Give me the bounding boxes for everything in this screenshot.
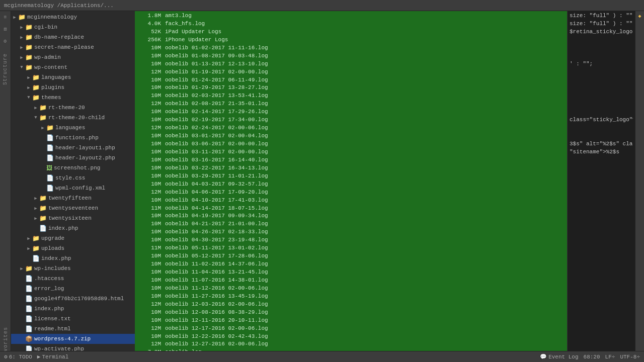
tree-item[interactable]: ▶ 📁 rt-theme-20 [11,103,145,113]
right-gutter: ◆ [635,11,644,351]
tree-item[interactable]: ▶ 📁 twentyseventeen [11,203,145,213]
terminal-line: 12Moobelib 12-27-2016 02-00-06.log [137,340,565,348]
terminal-line: 1.8Mamt3.log [137,12,565,20]
tree-item-label: plugins [41,84,64,90]
encoding[interactable]: UTF-8÷ [620,354,640,360]
tree-item-label: db-name-replace [34,34,84,40]
tree-item[interactable]: 📄 google4f76b2c176958d89.html [11,294,145,304]
tree-item[interactable]: ▼ 📁 themes [11,93,145,103]
terminal-line: 12Moobelib 02-24-2017 02-00-06.log [137,124,565,132]
tree-item[interactable]: 📄 header-layout1.php [11,143,145,153]
gutter-icon-3[interactable]: ⚙ [2,37,10,45]
tree-item[interactable]: ▶ 📁 uploads [11,243,145,253]
tree-item[interactable]: 📄 license.txt [11,314,145,324]
terminal-status[interactable]: ▶ Terminal [37,353,68,360]
tree-item-label: languages [41,74,71,80]
tree-item-label: secret-name-please [34,44,94,50]
terminal-line: 52KiPad Updater Logs [137,28,565,36]
cursor-position: 68:20 [584,354,600,360]
git-status[interactable]: ⚙ 6: TODO [4,353,32,360]
terminal-line: 10Moobelib 02-19-2017 17-34-00.log [137,116,565,124]
terminal-line: 10Moobelib 04-21-2017 21-01-00.log [137,220,565,228]
tree-item[interactable]: 🖼 screenshot.png [11,163,145,173]
tree-item[interactable]: 📄 header-layout2.php [11,153,145,163]
tree-item[interactable]: ▶ 📁 plugins [11,82,145,93]
tree-item[interactable]: 📄 wpml-config.xml [11,183,145,193]
code-line: $retina_sticky_logo, [570,28,633,36]
tree-item[interactable]: ▶ 📁 wp-admin [11,52,145,62]
tree-item[interactable]: 📄 .htaccess [11,274,145,284]
tree-item[interactable]: ▶ 📁 twentysixteen [11,213,145,223]
code-line [570,52,633,60]
terminal-line: 10Moobelib 04-19-2017 09-09-34.log [137,212,565,220]
event-log-icon: 💬 [540,353,547,360]
tree-item-label: index.php [48,225,78,231]
tree-item[interactable]: ▼ 📁 rt-theme-20-child [11,113,145,123]
tree-item[interactable]: 📄 index.php [11,223,145,233]
git-icon: ⚙ [4,353,8,360]
tree-item[interactable]: ▶ 📁 languages [11,123,145,133]
terminal-line: 10Moobelib 03-16-2017 16-14-40.log [137,156,565,164]
terminal-line: 10Moobelib 03-06-2017 02-00-00.log [137,140,565,148]
code-line [570,92,633,100]
event-log-label: Event Log [548,354,578,360]
terminal-line: 10Moobelib 01-13-2017 12-13-10.log [137,60,565,68]
top-bar: mcginnematology /Applications/... [0,0,644,11]
tree-item[interactable]: 📄 functions.php [11,133,145,143]
gutter-icon-2[interactable]: ⊞ [2,25,10,33]
code-line: size: "full" ) : ""; [570,12,633,20]
code-line [570,124,633,132]
terminal-pane[interactable]: 1.8Mamt3.log4.0Kfack_hfs.log52KiPad Upda… [135,11,567,351]
tree-arrow: ▶ [32,206,39,211]
git-label: 6: TODO [9,354,32,360]
terminal-line: 10Moobelib 12-08-2016 08-38-29.log [137,309,565,317]
tree-arrow: ▶ [11,15,18,20]
terminal-line: 10Moobelib 11-04-2016 13-21-45.log [137,268,565,277]
favorites-label: Favorites [2,339,10,347]
tree-item-label: style.css [55,175,85,181]
tree-item[interactable]: ▶ 📁 twentyfifteen [11,193,145,203]
tree-item[interactable]: 📄 index.php [11,304,145,314]
tree-arrow: ▶ [18,25,25,30]
tree-item-label: rt-theme-20 [48,105,85,111]
terminal-line: 10Moobelib 05-12-2017 17-28-06.log [137,252,565,260]
code-line [570,68,633,76]
tree-item-label: readme.html [34,326,71,332]
right-gutter-icon[interactable]: ◆ [636,13,643,20]
terminal-line: 12Moobelib 04-06-2017 17-09-20.log [137,189,565,197]
gutter-icon-1[interactable]: ≡ [2,13,10,21]
terminal-line: 12Moobelib 12-03-2016 02-00-06.log [137,301,565,309]
tree-item-label: .htaccess [34,276,64,282]
tree-item[interactable]: ▶ 📁 wp-includes [11,263,145,274]
line-ending[interactable]: LF÷ [605,354,615,360]
tree-item-label: wp-admin [34,54,61,60]
terminal-line: 11Moobelib 05-11-2017 13-01-02.log [137,244,565,252]
tree-item[interactable]: 📄 index.php [11,253,145,263]
tree-arrow: ▶ [18,45,25,50]
tree-item[interactable]: ▶ 📁 secret-name-please [11,42,145,52]
code-line: 3$s" alt="%2$s" class= [570,140,633,148]
terminal-line: 11Moobelib 04-14-2017 18-07-15.log [137,205,565,213]
tree-item[interactable]: 📄 readme.html [11,324,145,334]
tree-item-label: license.txt [34,316,71,322]
tree-item-label: wpml-config.xml [55,185,105,191]
position-value: 68:20 [584,354,600,360]
tree-item[interactable]: ▼ 📁 wp-content [11,62,145,72]
tree-item[interactable]: 📦 wordpress-4.7.zip [11,334,145,344]
tree-item[interactable]: ▶ 📁 db-name-replace [11,32,145,42]
terminal-line: 10Moobelib 11-07-2016 14-38-01.log [137,277,565,285]
tree-item-label: themes [41,95,61,101]
tree-item[interactable]: 📄 wp-activate.php [11,344,145,351]
event-log[interactable]: 💬 Event Log [540,353,578,360]
tree-item[interactable]: ▶ 📁 mcginnematology [11,12,145,22]
bottom-bar-left: ⚙ 6: TODO ▶ Terminal [4,353,68,360]
tree-item[interactable]: ▶ 📁 upgrade [11,233,145,243]
tree-item-label: twentysixteen [48,215,92,221]
terminal-line: 10Moobelib 04-10-2017 17-41-03.log [137,197,565,205]
tree-item[interactable]: 📄 style.css [11,173,145,183]
tree-arrow: ▶ [18,35,25,40]
terminal-line: 256KiPhone Updater Logs [137,36,565,44]
tree-item[interactable]: ▶ 📁 languages [11,72,145,82]
tree-item[interactable]: 📄 error_log [11,284,145,294]
tree-item[interactable]: ▶ 📁 cgi-bin [11,22,145,32]
